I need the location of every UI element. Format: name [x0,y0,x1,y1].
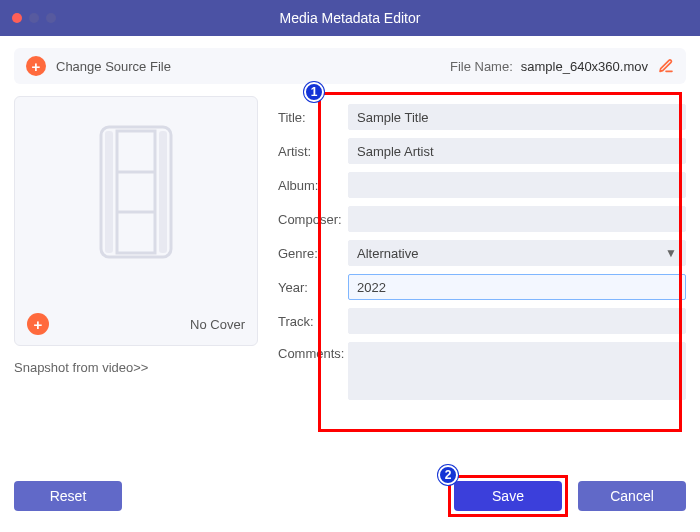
change-source-button[interactable]: Change Source File [56,59,171,74]
composer-input[interactable] [348,206,686,232]
track-label: Track: [278,314,348,329]
metadata-form: Title: Sample Title Artist: Sample Artis… [278,96,686,400]
album-label: Album: [278,178,348,193]
reset-button[interactable]: Reset [14,481,122,511]
cover-card: + No Cover [14,96,258,346]
cover-column: + No Cover Snapshot from video>> [14,96,278,474]
film-placeholder-icon [81,117,191,267]
save-button[interactable]: Save [454,481,562,511]
row-artist: Artist: Sample Artist [278,138,686,164]
content-area: + Change Source File File Name: sample_6… [0,36,700,474]
metadata-editor-window: Media Metadata Editor + Change Source Fi… [0,0,700,532]
plus-icon[interactable]: + [26,56,46,76]
snapshot-from-video-link[interactable]: Snapshot from video>> [14,360,258,375]
svg-rect-5 [117,131,155,253]
filename-label: File Name: [450,59,513,74]
album-input[interactable] [348,172,686,198]
bottom-bar: Reset 2 Save Cancel [0,474,700,532]
artist-label: Artist: [278,144,348,159]
cover-footer: + No Cover [27,313,245,335]
save-button-wrap: 2 Save [454,481,562,511]
annotation-badge-1: 1 [304,82,324,102]
annotation-badge-2: 2 [438,465,458,485]
row-album: Album: [278,172,686,198]
titlebar: Media Metadata Editor [0,0,700,36]
row-comments: Comments: [278,342,686,400]
row-title: Title: Sample Title [278,104,686,130]
comments-label: Comments: [278,342,348,361]
row-composer: Composer: [278,206,686,232]
main-area: + No Cover Snapshot from video>> 1 Title… [14,96,686,474]
year-input[interactable]: 2022 [348,274,686,300]
composer-label: Composer: [278,212,348,227]
edit-filename-icon[interactable] [658,58,674,74]
chevron-down-icon: ▼ [665,246,677,260]
window-title: Media Metadata Editor [0,10,700,26]
cancel-button[interactable]: Cancel [578,481,686,511]
row-genre: Genre: Alternative ▼ [278,240,686,266]
top-row: + Change Source File File Name: sample_6… [14,48,686,84]
title-input[interactable]: Sample Title [348,104,686,130]
form-column: 1 Title: Sample Title Artist: Sample Art… [278,96,686,474]
genre-select[interactable]: Alternative ▼ [348,240,686,266]
comments-textarea[interactable] [348,342,686,400]
no-cover-label: No Cover [190,317,245,332]
year-label: Year: [278,280,348,295]
svg-rect-2 [159,131,167,253]
filename-value: sample_640x360.mov [521,59,648,74]
row-track: Track: [278,308,686,334]
add-cover-button[interactable]: + [27,313,49,335]
genre-value: Alternative [357,246,418,261]
svg-rect-1 [105,131,113,253]
genre-label: Genre: [278,246,348,261]
title-label: Title: [278,110,348,125]
track-input[interactable] [348,308,686,334]
row-year: Year: 2022 [278,274,686,300]
artist-input[interactable]: Sample Artist [348,138,686,164]
